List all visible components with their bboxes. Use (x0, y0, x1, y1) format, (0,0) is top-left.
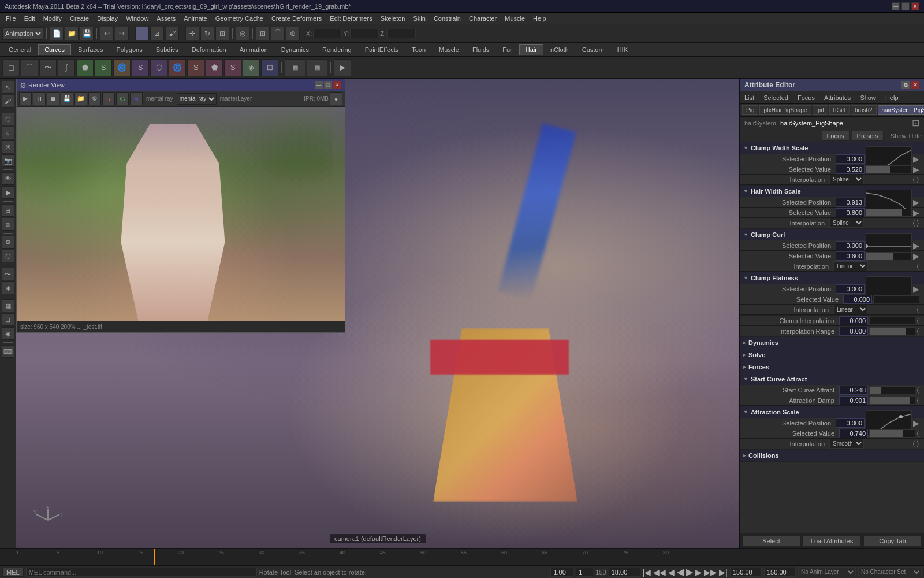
snap-curve-btn[interactable]: ⌒ (271, 27, 285, 40)
tab-subdivs[interactable]: Subdivs (150, 44, 185, 55)
render-view-title-bar[interactable]: 🖼 Render View — □ ✕ (17, 79, 345, 91)
undo-btn[interactable]: ↩ (100, 27, 114, 40)
as-selval-input[interactable] (839, 429, 868, 438)
rv-minimize-btn[interactable]: — (315, 81, 323, 89)
menu-edit[interactable]: Edit (21, 14, 39, 23)
cf-selval-slider[interactable] (873, 295, 919, 303)
hws-icon1[interactable]: ⟨ (912, 219, 915, 227)
redo-btn[interactable]: ↪ (115, 27, 129, 40)
menu-create-deformers[interactable]: Create Deformers (268, 14, 325, 23)
ae-expand-btn[interactable]: ⊡ (912, 117, 919, 128)
rv-render-btn[interactable]: ▶ (19, 92, 32, 105)
cc-interp-select[interactable]: Linear (833, 261, 868, 271)
as-selval-slider[interactable] (869, 429, 915, 438)
show-hide-btn[interactable]: 👁 (2, 172, 14, 185)
tab-surfaces[interactable]: Surfaces (72, 44, 109, 55)
node-tab-pig[interactable]: Pig (742, 105, 758, 115)
menu-modify[interactable]: Modify (40, 14, 65, 23)
anim-layer-select[interactable]: No Anim Layer (798, 567, 856, 577)
hws-icon2[interactable]: ⟩ (916, 219, 919, 227)
rv-channel-r-btn[interactable]: R (102, 92, 115, 105)
cf-selval-input[interactable] (843, 295, 872, 304)
menu-help[interactable]: Help (530, 14, 550, 23)
scale-tool-btn[interactable]: ⊞ (215, 27, 229, 40)
tab-ncloth[interactable]: nCloth (544, 44, 575, 55)
as-expand-icon[interactable]: ▶ (913, 418, 919, 428)
extras3-btn[interactable]: ◉ (2, 327, 14, 340)
menu-skeleton[interactable]: Skeleton (377, 14, 409, 23)
cws-interp-select[interactable]: Spline (829, 175, 864, 184)
tab-custom[interactable]: Custom (576, 44, 610, 55)
shelf-curve1[interactable]: ⌒ (21, 59, 38, 76)
sca-attract-input[interactable] (839, 386, 868, 395)
rotate-tool-btn[interactable]: ↻ (200, 27, 214, 40)
rv-stop-btn[interactable]: ⏹ (47, 92, 59, 105)
interp-range-slider[interactable] (869, 327, 915, 335)
playback-end-field[interactable] (764, 568, 796, 577)
cc-selpos-input[interactable] (836, 241, 865, 250)
select-tool-btn[interactable]: ◻ (135, 27, 149, 40)
layout-btn[interactable]: ⊞ (2, 204, 14, 217)
menu-create[interactable]: Create (66, 14, 92, 23)
create-poly-btn[interactable]: ⬡ (2, 113, 14, 125)
menu-window[interactable]: Window (122, 14, 152, 23)
tab-polygons[interactable]: Polygons (110, 44, 148, 55)
create-light-btn[interactable]: ☀ (2, 140, 14, 153)
rv-extra-btn[interactable]: ● (330, 92, 342, 105)
shelf-more[interactable]: ▶ (334, 59, 351, 76)
prev-key-btn[interactable]: ◀ (668, 568, 675, 577)
menu-assets[interactable]: Assets (153, 14, 179, 23)
sca-damp-input[interactable] (839, 396, 868, 405)
ae-tab-list[interactable]: List (742, 93, 757, 102)
playback-start-field[interactable] (730, 568, 762, 577)
as-icon1[interactable]: ⟨ (912, 440, 915, 448)
as-selpos-input[interactable] (836, 418, 865, 428)
next-frame-btn[interactable]: ▶▶ (704, 568, 717, 577)
shelf-pfx9[interactable]: S (224, 59, 241, 76)
ae-close-btn[interactable]: ✕ (911, 81, 919, 89)
sca-attract-icon[interactable]: ⟨ (916, 386, 919, 394)
sca-damp-icon[interactable]: ⟨ (916, 397, 919, 405)
section-collisions-header[interactable]: ▸ Collisions (740, 450, 924, 461)
as-interp-select[interactable]: Smooth (829, 439, 864, 449)
shelf-pfx1[interactable]: ⬟ (76, 59, 94, 76)
clump-interp-slider[interactable] (869, 317, 915, 325)
tab-painteffects[interactable]: PaintEffects (359, 44, 405, 55)
sca-attract-slider[interactable] (869, 386, 915, 394)
shelf-grid1[interactable]: ▦ (285, 59, 305, 76)
shelf-curve3[interactable]: ∫ (58, 59, 75, 76)
as-icon2[interactable]: ⟩ (916, 440, 919, 448)
rv-channel-b-btn[interactable]: B (130, 92, 143, 105)
mel-btn[interactable]: MEL (2, 568, 24, 577)
ae-load-attrs-btn[interactable]: Load Attributes (803, 535, 861, 547)
node-tab-brush2[interactable]: brush2 (851, 105, 877, 115)
cws-selval-expand[interactable]: ▶ (913, 165, 919, 174)
shelf-select[interactable]: ◻ (2, 59, 20, 76)
goto-end-btn[interactable]: ▶| (719, 568, 728, 577)
frame-field[interactable] (576, 568, 593, 577)
rv-close-btn[interactable]: ✕ (333, 81, 341, 89)
cws-interp-icon1[interactable]: ⟨ (912, 176, 915, 184)
hws-selval-input[interactable] (836, 208, 865, 217)
lasso-tool-btn[interactable]: ⊿ (150, 27, 164, 40)
play-fwd-btn[interactable]: ▶ (686, 566, 693, 577)
cc-selval-expand[interactable]: ▶ (913, 251, 919, 261)
hws-selval-expand[interactable]: ▶ (913, 208, 919, 217)
ae-tab-show[interactable]: Show (858, 93, 878, 102)
save-scene-btn[interactable]: 💾 (80, 27, 94, 40)
anim-curve-btn[interactable]: 〜 (2, 268, 14, 280)
interp-range-input[interactable] (839, 327, 868, 336)
y-field[interactable] (350, 29, 379, 38)
rv-ipr-btn[interactable]: ⏸ (33, 92, 46, 105)
shelf-pfx5[interactable]: ⬡ (150, 59, 167, 76)
menu-constrain[interactable]: Constrain (430, 14, 464, 23)
rv-renderer-select[interactable]: mental ray (177, 93, 217, 105)
viewport-area[interactable]: 🖼 Render View — □ ✕ ▶ ⏸ ⏹ 💾 📁 ⚙ R (16, 79, 739, 548)
render-btn[interactable]: ▶ (2, 186, 14, 199)
deformer-btn[interactable]: ◈ (2, 281, 14, 294)
cc-expand-icon[interactable]: ▶ (913, 241, 919, 250)
open-scene-btn[interactable]: 📁 (65, 27, 79, 40)
rv-maximize-btn[interactable]: □ (324, 81, 332, 89)
hws-interp-select[interactable]: Spline (829, 218, 864, 228)
paint-btn[interactable]: 🖌 (2, 95, 14, 108)
